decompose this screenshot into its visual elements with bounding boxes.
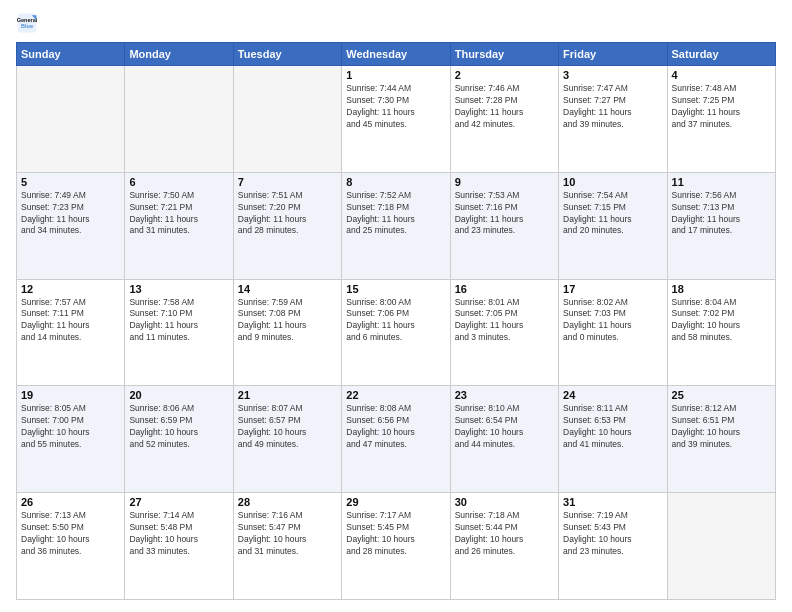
- calendar-cell: 3Sunrise: 7:47 AM Sunset: 7:27 PM Daylig…: [559, 66, 667, 173]
- day-number: 5: [21, 176, 120, 188]
- day-number: 10: [563, 176, 662, 188]
- calendar-table: SundayMondayTuesdayWednesdayThursdayFrid…: [16, 42, 776, 600]
- cell-info: Sunrise: 7:53 AM Sunset: 7:16 PM Dayligh…: [455, 190, 554, 238]
- calendar-cell: 30Sunrise: 7:18 AM Sunset: 5:44 PM Dayli…: [450, 493, 558, 600]
- day-number: 22: [346, 389, 445, 401]
- cell-info: Sunrise: 8:12 AM Sunset: 6:51 PM Dayligh…: [672, 403, 771, 451]
- day-number: 20: [129, 389, 228, 401]
- cell-info: Sunrise: 7:51 AM Sunset: 7:20 PM Dayligh…: [238, 190, 337, 238]
- svg-text:Blue: Blue: [21, 24, 33, 30]
- calendar-cell: 7Sunrise: 7:51 AM Sunset: 7:20 PM Daylig…: [233, 172, 341, 279]
- cell-info: Sunrise: 7:54 AM Sunset: 7:15 PM Dayligh…: [563, 190, 662, 238]
- cell-info: Sunrise: 7:17 AM Sunset: 5:45 PM Dayligh…: [346, 510, 445, 558]
- day-number: 12: [21, 283, 120, 295]
- calendar-cell: 15Sunrise: 8:00 AM Sunset: 7:06 PM Dayli…: [342, 279, 450, 386]
- cell-info: Sunrise: 7:19 AM Sunset: 5:43 PM Dayligh…: [563, 510, 662, 558]
- day-number: 4: [672, 69, 771, 81]
- calendar-cell: 4Sunrise: 7:48 AM Sunset: 7:25 PM Daylig…: [667, 66, 775, 173]
- day-number: 30: [455, 496, 554, 508]
- cell-info: Sunrise: 8:02 AM Sunset: 7:03 PM Dayligh…: [563, 297, 662, 345]
- calendar-cell: 1Sunrise: 7:44 AM Sunset: 7:30 PM Daylig…: [342, 66, 450, 173]
- calendar-cell: 13Sunrise: 7:58 AM Sunset: 7:10 PM Dayli…: [125, 279, 233, 386]
- day-number: 7: [238, 176, 337, 188]
- calendar-cell: 26Sunrise: 7:13 AM Sunset: 5:50 PM Dayli…: [17, 493, 125, 600]
- weekday-header-monday: Monday: [125, 43, 233, 66]
- cell-info: Sunrise: 8:07 AM Sunset: 6:57 PM Dayligh…: [238, 403, 337, 451]
- cell-info: Sunrise: 8:05 AM Sunset: 7:00 PM Dayligh…: [21, 403, 120, 451]
- day-number: 16: [455, 283, 554, 295]
- calendar-week-1: 1Sunrise: 7:44 AM Sunset: 7:30 PM Daylig…: [17, 66, 776, 173]
- day-number: 6: [129, 176, 228, 188]
- day-number: 26: [21, 496, 120, 508]
- calendar-cell: 21Sunrise: 8:07 AM Sunset: 6:57 PM Dayli…: [233, 386, 341, 493]
- cell-info: Sunrise: 7:47 AM Sunset: 7:27 PM Dayligh…: [563, 83, 662, 131]
- cell-info: Sunrise: 7:48 AM Sunset: 7:25 PM Dayligh…: [672, 83, 771, 131]
- day-number: 17: [563, 283, 662, 295]
- calendar-cell: 29Sunrise: 7:17 AM Sunset: 5:45 PM Dayli…: [342, 493, 450, 600]
- cell-info: Sunrise: 7:44 AM Sunset: 7:30 PM Dayligh…: [346, 83, 445, 131]
- calendar-cell: 9Sunrise: 7:53 AM Sunset: 7:16 PM Daylig…: [450, 172, 558, 279]
- cell-info: Sunrise: 7:16 AM Sunset: 5:47 PM Dayligh…: [238, 510, 337, 558]
- cell-info: Sunrise: 7:14 AM Sunset: 5:48 PM Dayligh…: [129, 510, 228, 558]
- weekday-header-sunday: Sunday: [17, 43, 125, 66]
- weekday-header-friday: Friday: [559, 43, 667, 66]
- day-number: 28: [238, 496, 337, 508]
- day-number: 25: [672, 389, 771, 401]
- calendar-cell: 22Sunrise: 8:08 AM Sunset: 6:56 PM Dayli…: [342, 386, 450, 493]
- calendar-cell: 11Sunrise: 7:56 AM Sunset: 7:13 PM Dayli…: [667, 172, 775, 279]
- calendar-week-2: 5Sunrise: 7:49 AM Sunset: 7:23 PM Daylig…: [17, 172, 776, 279]
- cell-info: Sunrise: 7:49 AM Sunset: 7:23 PM Dayligh…: [21, 190, 120, 238]
- page: General Blue SundayMondayTuesdayWednesda…: [0, 0, 792, 612]
- cell-info: Sunrise: 7:50 AM Sunset: 7:21 PM Dayligh…: [129, 190, 228, 238]
- cell-info: Sunrise: 7:18 AM Sunset: 5:44 PM Dayligh…: [455, 510, 554, 558]
- calendar-week-5: 26Sunrise: 7:13 AM Sunset: 5:50 PM Dayli…: [17, 493, 776, 600]
- weekday-header-thursday: Thursday: [450, 43, 558, 66]
- day-number: 3: [563, 69, 662, 81]
- cell-info: Sunrise: 8:10 AM Sunset: 6:54 PM Dayligh…: [455, 403, 554, 451]
- calendar-cell: 25Sunrise: 8:12 AM Sunset: 6:51 PM Dayli…: [667, 386, 775, 493]
- cell-info: Sunrise: 8:11 AM Sunset: 6:53 PM Dayligh…: [563, 403, 662, 451]
- calendar-cell: 23Sunrise: 8:10 AM Sunset: 6:54 PM Dayli…: [450, 386, 558, 493]
- calendar-week-3: 12Sunrise: 7:57 AM Sunset: 7:11 PM Dayli…: [17, 279, 776, 386]
- calendar-cell: 5Sunrise: 7:49 AM Sunset: 7:23 PM Daylig…: [17, 172, 125, 279]
- cell-info: Sunrise: 8:01 AM Sunset: 7:05 PM Dayligh…: [455, 297, 554, 345]
- header: General Blue: [16, 12, 776, 34]
- cell-info: Sunrise: 7:59 AM Sunset: 7:08 PM Dayligh…: [238, 297, 337, 345]
- day-number: 15: [346, 283, 445, 295]
- cell-info: Sunrise: 7:46 AM Sunset: 7:28 PM Dayligh…: [455, 83, 554, 131]
- day-number: 11: [672, 176, 771, 188]
- calendar-cell: [667, 493, 775, 600]
- day-number: 13: [129, 283, 228, 295]
- cell-info: Sunrise: 7:52 AM Sunset: 7:18 PM Dayligh…: [346, 190, 445, 238]
- day-number: 23: [455, 389, 554, 401]
- weekday-header-wednesday: Wednesday: [342, 43, 450, 66]
- calendar-cell: 2Sunrise: 7:46 AM Sunset: 7:28 PM Daylig…: [450, 66, 558, 173]
- calendar-cell: 24Sunrise: 8:11 AM Sunset: 6:53 PM Dayli…: [559, 386, 667, 493]
- day-number: 29: [346, 496, 445, 508]
- calendar-cell: 27Sunrise: 7:14 AM Sunset: 5:48 PM Dayli…: [125, 493, 233, 600]
- day-number: 8: [346, 176, 445, 188]
- day-number: 21: [238, 389, 337, 401]
- calendar-cell: 28Sunrise: 7:16 AM Sunset: 5:47 PM Dayli…: [233, 493, 341, 600]
- calendar-cell: 20Sunrise: 8:06 AM Sunset: 6:59 PM Dayli…: [125, 386, 233, 493]
- weekday-header-saturday: Saturday: [667, 43, 775, 66]
- calendar-week-4: 19Sunrise: 8:05 AM Sunset: 7:00 PM Dayli…: [17, 386, 776, 493]
- weekday-header-tuesday: Tuesday: [233, 43, 341, 66]
- cell-info: Sunrise: 7:58 AM Sunset: 7:10 PM Dayligh…: [129, 297, 228, 345]
- logo-icon: General Blue: [16, 12, 38, 34]
- cell-info: Sunrise: 7:56 AM Sunset: 7:13 PM Dayligh…: [672, 190, 771, 238]
- day-number: 1: [346, 69, 445, 81]
- cell-info: Sunrise: 8:06 AM Sunset: 6:59 PM Dayligh…: [129, 403, 228, 451]
- calendar-cell: 10Sunrise: 7:54 AM Sunset: 7:15 PM Dayli…: [559, 172, 667, 279]
- calendar-cell: [17, 66, 125, 173]
- cell-info: Sunrise: 7:13 AM Sunset: 5:50 PM Dayligh…: [21, 510, 120, 558]
- calendar-cell: 14Sunrise: 7:59 AM Sunset: 7:08 PM Dayli…: [233, 279, 341, 386]
- calendar-cell: 16Sunrise: 8:01 AM Sunset: 7:05 PM Dayli…: [450, 279, 558, 386]
- day-number: 27: [129, 496, 228, 508]
- calendar-cell: [125, 66, 233, 173]
- calendar-cell: 17Sunrise: 8:02 AM Sunset: 7:03 PM Dayli…: [559, 279, 667, 386]
- calendar-cell: 19Sunrise: 8:05 AM Sunset: 7:00 PM Dayli…: [17, 386, 125, 493]
- cell-info: Sunrise: 7:57 AM Sunset: 7:11 PM Dayligh…: [21, 297, 120, 345]
- calendar-cell: [233, 66, 341, 173]
- calendar-cell: 12Sunrise: 7:57 AM Sunset: 7:11 PM Dayli…: [17, 279, 125, 386]
